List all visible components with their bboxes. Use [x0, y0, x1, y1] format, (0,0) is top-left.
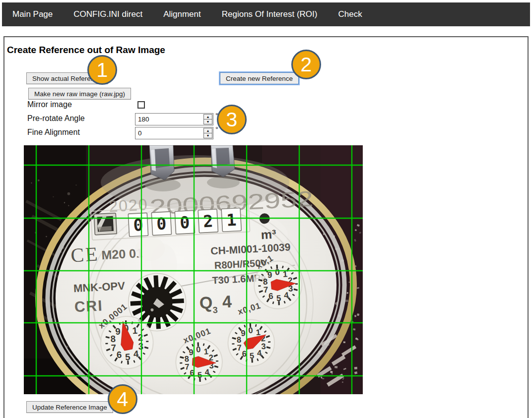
update-reference-image-button[interactable]: Update Reference Image [26, 401, 113, 413]
fine-degree-unit: ° [215, 125, 218, 133]
svg-text:5: 5 [276, 294, 281, 303]
fine-alignment-input[interactable] [135, 127, 203, 139]
svg-text:6: 6 [242, 349, 247, 358]
screenshot-root: Main PageCONFIG.INI directAlignmentRegio… [0, 0, 532, 418]
svg-text:6: 6 [268, 292, 273, 301]
svg-text:4: 4 [284, 291, 289, 300]
spinner-down-icon[interactable]: ▼ [204, 119, 212, 124]
svg-text:8: 8 [110, 334, 116, 345]
q-sub-text: 3 [212, 305, 218, 315]
fine-alignment-input-wrap: ▲ ▼ [135, 127, 213, 139]
q-symbol-text: Q [199, 293, 213, 312]
annotation-circle-4: 4 [108, 384, 137, 414]
svg-text:0: 0 [196, 345, 201, 354]
ce-mark-text: CE [70, 242, 99, 266]
unit-m3-text: m³ [261, 227, 276, 242]
fine-alignment-label: Fine Alignment [27, 128, 80, 137]
annotation-circle-1: 1 [87, 55, 117, 85]
prerotate-angle-label: Pre-rotate Angle [27, 114, 85, 123]
counter-digit-2: 0 [179, 213, 190, 233]
meter-class-pictogram [94, 213, 117, 235]
nav-item-regions-of-interest-roi-[interactable]: Regions Of Interest (ROI) [222, 9, 318, 19]
nav-item-alignment[interactable]: Alignment [163, 9, 201, 19]
annotation-circle-2: 2 [291, 50, 321, 79]
reference-image-preview: 2020 2000692952 00021 m³ CE M20 01 CH-MI… [24, 145, 363, 394]
make-new-raw-image-button[interactable]: Make new raw image (raw.jpg) [28, 88, 131, 100]
svg-text:1: 1 [203, 347, 208, 356]
svg-text:9: 9 [241, 328, 246, 337]
mirror-image-label: Mirror image [27, 100, 72, 109]
nav-item-config-ini-direct[interactable]: CONFIG.INI direct [73, 9, 142, 19]
counter-digit-1: 0 [156, 214, 167, 234]
counter-digit-3: 2 [202, 211, 213, 231]
svg-text:9: 9 [267, 270, 272, 280]
svg-text:1: 1 [132, 325, 137, 336]
annotation-circle-3: 3 [217, 105, 247, 134]
svg-text:9: 9 [115, 326, 121, 337]
prerotate-angle-input-wrap: ▲ ▼ [135, 113, 213, 125]
svg-text:0: 0 [248, 326, 253, 335]
nav-item-main-page[interactable]: Main Page [12, 9, 53, 19]
svg-text:1: 1 [256, 328, 261, 337]
svg-text:7: 7 [185, 362, 190, 371]
spinner-up-icon[interactable]: ▲ [204, 128, 212, 133]
nav-item-check[interactable]: Check [338, 9, 362, 19]
q-value-text: 4 [222, 292, 232, 311]
fine-spinner[interactable]: ▲ ▼ [203, 128, 212, 138]
svg-text:6: 6 [116, 349, 122, 360]
counter-digit-4: 1 [226, 210, 237, 230]
spinner-up-icon[interactable]: ▲ [204, 115, 212, 119]
svg-text:9: 9 [189, 348, 194, 357]
prerotate-angle-input[interactable] [135, 114, 203, 125]
svg-text:5: 5 [125, 352, 131, 362]
serial-year-text: 2020 [109, 195, 149, 215]
top-nav: Main PageCONFIG.INI directAlignmentRegio… [2, 2, 530, 26]
svg-text:0: 0 [275, 267, 280, 277]
svg-text:5: 5 [197, 370, 202, 379]
svg-text:7: 7 [237, 343, 242, 352]
page-title: Create Reference out of Raw Image [7, 45, 165, 56]
prerotate-spinner[interactable]: ▲ ▼ [203, 114, 212, 124]
svg-text:3: 3 [261, 342, 266, 351]
create-new-reference-button[interactable]: Create new Reference [220, 72, 299, 84]
svg-text:4: 4 [133, 349, 139, 359]
svg-text:5: 5 [250, 351, 255, 360]
mirror-image-checkbox[interactable] [137, 101, 145, 109]
spinner-down-icon[interactable]: ▼ [204, 133, 212, 138]
